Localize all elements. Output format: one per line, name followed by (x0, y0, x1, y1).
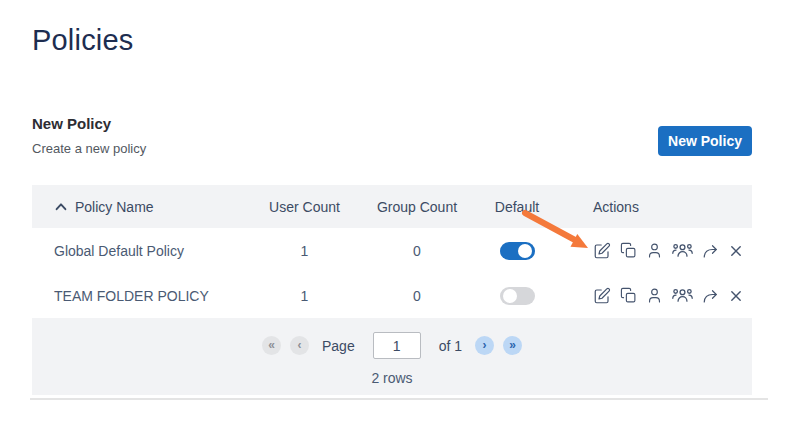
column-header-label: Policy Name (75, 199, 154, 215)
column-header-policy-name[interactable]: Policy Name (32, 199, 247, 215)
divider (30, 398, 768, 400)
edit-icon[interactable] (593, 287, 611, 305)
copy-icon[interactable] (620, 287, 637, 304)
policy-name-cell: Global Default Policy (32, 243, 247, 259)
table-row: TEAM FOLDER POLICY 1 0 (32, 273, 752, 318)
default-cell (472, 242, 562, 260)
column-header-user-count[interactable]: User Count (247, 199, 362, 215)
user-icon[interactable] (646, 287, 663, 304)
policies-table: Policy Name User Count Group Count Defau… (32, 185, 752, 395)
actions-cell (562, 287, 752, 305)
remove-icon[interactable] (729, 289, 743, 303)
default-cell (472, 287, 562, 305)
group-icon[interactable] (672, 243, 693, 258)
user-count-cell: 1 (247, 243, 362, 259)
page-input[interactable] (373, 332, 421, 359)
default-toggle[interactable] (500, 287, 535, 305)
toggle-knob (518, 244, 532, 258)
group-icon[interactable] (672, 288, 693, 303)
chevron-up-icon[interactable] (54, 200, 68, 214)
edit-icon[interactable] (593, 242, 611, 260)
column-header-actions: Actions (562, 199, 752, 215)
page-label: Page (322, 338, 355, 354)
row-count-label: 2 rows (371, 370, 412, 386)
section-subheading: Create a new policy (32, 141, 146, 156)
pagination: « ‹ Page of 1 › » (262, 332, 522, 359)
user-count-cell: 1 (247, 288, 362, 304)
column-header-default[interactable]: Default (472, 199, 562, 215)
share-icon[interactable] (702, 243, 720, 259)
user-icon[interactable] (646, 242, 663, 259)
share-icon[interactable] (702, 288, 720, 304)
page-title: Policies (32, 24, 134, 57)
prev-page-button[interactable]: ‹ (290, 336, 309, 355)
column-header-group-count[interactable]: Group Count (362, 199, 472, 215)
table-header-row: Policy Name User Count Group Count Defau… (32, 185, 752, 228)
section-heading: New Policy (32, 115, 111, 132)
group-count-cell: 0 (362, 243, 472, 259)
policy-name-cell: TEAM FOLDER POLICY (32, 288, 247, 304)
table-footer: « ‹ Page of 1 › » 2 rows (32, 318, 752, 395)
first-page-button[interactable]: « (262, 336, 281, 355)
remove-icon[interactable] (729, 244, 743, 258)
default-toggle[interactable] (500, 242, 535, 260)
page-of-label: of 1 (439, 338, 462, 354)
last-page-button[interactable]: » (503, 336, 522, 355)
actions-cell (562, 242, 752, 260)
new-policy-button[interactable]: New Policy (658, 126, 752, 156)
toggle-knob (503, 289, 517, 303)
policies-page: Policies New Policy Create a new policy … (0, 0, 798, 432)
table-row: Global Default Policy 1 0 (32, 228, 752, 273)
next-page-button[interactable]: › (475, 336, 494, 355)
group-count-cell: 0 (362, 288, 472, 304)
copy-icon[interactable] (620, 242, 637, 259)
